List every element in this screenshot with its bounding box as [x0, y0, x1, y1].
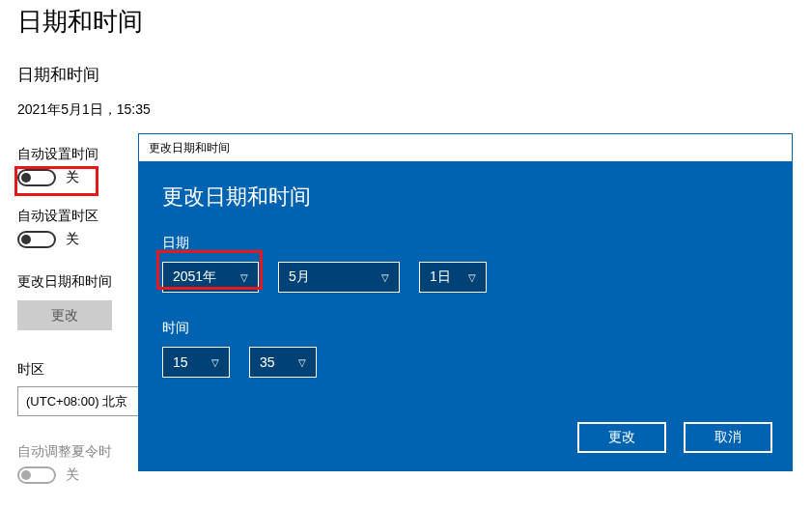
chevron-down-icon: ▽: [468, 272, 476, 283]
dialog-cancel-button[interactable]: 取消: [684, 422, 772, 453]
month-dropdown[interactable]: 5月 ▽: [278, 262, 400, 293]
section-title: 日期和时间: [0, 39, 812, 86]
timezone-dropdown[interactable]: (UTC+08:00) 北京: [17, 386, 143, 416]
page-title: 日期和时间: [0, 0, 812, 39]
auto-time-toggle[interactable]: [17, 169, 56, 186]
hour-dropdown[interactable]: 15 ▽: [162, 347, 230, 378]
auto-tz-toggle[interactable]: [17, 231, 56, 248]
change-datetime-dialog: 更改日期和时间 更改日期和时间 日期 2051年 ▽ 5月 ▽ 1日 ▽ 时间 …: [138, 133, 793, 471]
day-dropdown[interactable]: 1日 ▽: [419, 262, 487, 293]
month-value: 5月: [289, 268, 310, 286]
chevron-down-icon: ▽: [211, 357, 219, 368]
dst-state: 关: [66, 466, 79, 484]
minute-value: 35: [260, 354, 275, 370]
current-datetime: 2021年5月1日，15:35: [0, 86, 812, 119]
change-button[interactable]: 更改: [17, 300, 112, 330]
time-label: 时间: [162, 320, 769, 337]
dst-toggle: [17, 466, 56, 484]
chevron-down-icon: ▽: [240, 272, 248, 283]
chevron-down-icon: ▽: [298, 357, 306, 368]
auto-time-state: 关: [66, 169, 79, 186]
day-value: 1日: [430, 268, 451, 286]
chevron-down-icon: ▽: [381, 272, 389, 283]
dialog-heading: 更改日期和时间: [162, 183, 769, 212]
date-label: 日期: [162, 235, 769, 252]
dialog-change-button[interactable]: 更改: [577, 422, 666, 453]
year-dropdown[interactable]: 2051年 ▽: [162, 262, 259, 293]
year-value: 2051年: [173, 268, 216, 286]
minute-dropdown[interactable]: 35 ▽: [249, 347, 317, 378]
auto-tz-state: 关: [66, 231, 79, 248]
hour-value: 15: [173, 354, 188, 370]
dialog-titlebar: 更改日期和时间: [139, 134, 792, 161]
